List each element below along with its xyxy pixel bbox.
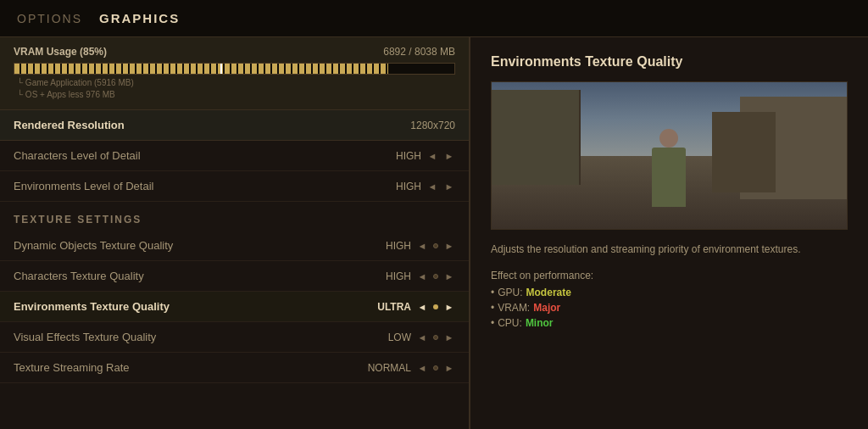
characters-lod-control: HIGH ◄ ► xyxy=(381,150,455,162)
visual-effects-texture-label: Visual Effects Texture Quality xyxy=(14,331,156,343)
vram-marker xyxy=(220,64,222,74)
characters-texture-row[interactable]: Characters Texture Quality HIGH ◄ ► xyxy=(0,261,469,292)
dynamic-objects-right-arrow[interactable]: ► xyxy=(443,240,455,252)
scene-character-head xyxy=(659,129,678,148)
detail-title: Environments Texture Quality xyxy=(491,54,848,70)
effect-cpu-value: Minor xyxy=(526,317,554,329)
vram-bar-fill xyxy=(14,64,388,74)
environments-texture-dot xyxy=(433,304,438,309)
graphics-nav[interactable]: GRAPHICS xyxy=(99,11,180,25)
characters-lod-row[interactable]: Characters Level of Detail HIGH ◄ ► xyxy=(0,141,469,171)
texture-streaming-right-arrow[interactable]: ► xyxy=(443,362,455,374)
dynamic-objects-left-arrow[interactable]: ◄ xyxy=(416,240,428,252)
environments-texture-right-arrow[interactable]: ► xyxy=(443,301,455,313)
scene-building-mid xyxy=(712,112,776,192)
detail-image-inner xyxy=(492,82,847,229)
environments-lod-value: HIGH xyxy=(381,181,421,192)
vram-value: 6892 / 8038 MB xyxy=(383,46,455,58)
characters-lod-left-arrow[interactable]: ◄ xyxy=(426,150,438,162)
vram-title: VRAM Usage (85%) xyxy=(14,46,107,58)
environments-texture-value: ULTRA xyxy=(370,301,411,313)
detail-effects: Effect on performance: • GPU: Moderate •… xyxy=(491,270,848,329)
visual-effects-right-arrow[interactable]: ► xyxy=(443,332,455,343)
rendered-resolution-row[interactable]: Rendered Resolution 1280x720 xyxy=(0,110,469,141)
dynamic-objects-texture-value: HIGH xyxy=(370,240,411,252)
header: OPTIONS GRAPHICS xyxy=(0,0,868,37)
environments-lod-left-arrow[interactable]: ◄ xyxy=(426,181,438,192)
characters-texture-value: HIGH xyxy=(370,270,411,282)
vram-labels: └ Game Application (5916 MB) └ OS + Apps… xyxy=(14,77,455,101)
texture-streaming-control: NORMAL ◄ ► xyxy=(368,362,455,374)
detail-image xyxy=(491,81,848,230)
effect-gpu: • GPU: Moderate xyxy=(491,287,848,298)
environments-lod-label: Environments Level of Detail xyxy=(14,180,153,192)
effect-gpu-bullet: • xyxy=(491,287,494,298)
characters-lod-value: HIGH xyxy=(381,150,421,162)
effect-cpu: • CPU: Minor xyxy=(491,317,848,329)
characters-texture-dot xyxy=(433,274,438,279)
characters-lod-right-arrow[interactable]: ► xyxy=(443,150,455,162)
left-panel: VRAM Usage (85%) 6892 / 8038 MB └ Game A… xyxy=(0,37,470,429)
environments-lod-right-arrow[interactable]: ► xyxy=(443,181,455,192)
environments-texture-row[interactable]: Environments Texture Quality ULTRA ◄ ► xyxy=(0,292,469,322)
visual-effects-dot xyxy=(433,335,438,340)
characters-texture-label: Characters Texture Quality xyxy=(14,270,144,282)
characters-texture-control: HIGH ◄ ► xyxy=(370,270,455,282)
effect-cpu-bullet: • xyxy=(491,317,494,329)
detail-settings-group: Characters Level of Detail HIGH ◄ ► Envi… xyxy=(0,141,469,202)
dynamic-objects-texture-row[interactable]: Dynamic Objects Texture Quality HIGH ◄ ► xyxy=(0,231,469,261)
characters-lod-label: Characters Level of Detail xyxy=(14,149,141,162)
vram-section: VRAM Usage (85%) 6892 / 8038 MB └ Game A… xyxy=(0,37,469,110)
vram-game-label: └ Game Application (5916 MB) xyxy=(17,77,455,89)
effect-vram-bullet: • xyxy=(491,302,494,314)
detail-effects-title: Effect on performance: xyxy=(491,270,848,281)
visual-effects-texture-value: LOW xyxy=(370,332,411,343)
environments-texture-control: ULTRA ◄ ► xyxy=(370,301,455,313)
characters-texture-right-arrow[interactable]: ► xyxy=(443,270,455,282)
effect-vram-value: Major xyxy=(533,302,560,314)
rendered-resolution-label: Rendered Resolution xyxy=(14,119,125,131)
vram-os-label: └ OS + Apps less 976 MB xyxy=(17,89,455,101)
texture-settings-group: Dynamic Objects Texture Quality HIGH ◄ ►… xyxy=(0,231,469,383)
scene-character xyxy=(652,148,686,207)
vram-bar xyxy=(14,63,455,75)
texture-streaming-label: Texture Streaming Rate xyxy=(14,361,130,374)
environments-texture-label: Environments Texture Quality xyxy=(14,300,170,313)
texture-streaming-value: NORMAL xyxy=(368,362,411,374)
main-content: VRAM Usage (85%) 6892 / 8038 MB └ Game A… xyxy=(0,37,868,429)
options-nav[interactable]: OPTIONS xyxy=(17,12,82,25)
detail-description: Adjusts the resolution and streaming pri… xyxy=(491,242,848,258)
vram-header: VRAM Usage (85%) 6892 / 8038 MB xyxy=(14,46,455,58)
texture-settings-header: TEXTURE SETTINGS xyxy=(0,202,469,231)
effect-cpu-label: CPU: xyxy=(498,317,522,329)
visual-effects-left-arrow[interactable]: ◄ xyxy=(416,332,428,343)
texture-streaming-row[interactable]: Texture Streaming Rate NORMAL ◄ ► xyxy=(0,353,469,383)
right-panel: Environments Texture Quality Adjusts the… xyxy=(470,37,868,429)
characters-texture-left-arrow[interactable]: ◄ xyxy=(416,270,428,282)
dynamic-objects-texture-control: HIGH ◄ ► xyxy=(370,240,455,252)
effect-gpu-label: GPU: xyxy=(498,287,522,298)
texture-streaming-dot xyxy=(433,365,438,370)
dynamic-objects-dot xyxy=(433,243,438,248)
visual-effects-texture-control: LOW ◄ ► xyxy=(370,332,455,343)
dynamic-objects-texture-label: Dynamic Objects Texture Quality xyxy=(14,239,173,252)
scene-building-left xyxy=(492,90,581,185)
effect-gpu-value: Moderate xyxy=(526,287,571,298)
effect-vram: • VRAM: Major xyxy=(491,302,848,314)
texture-streaming-left-arrow[interactable]: ◄ xyxy=(416,362,428,374)
environments-lod-control: HIGH ◄ ► xyxy=(381,181,455,192)
environments-lod-row[interactable]: Environments Level of Detail HIGH ◄ ► xyxy=(0,171,469,202)
environments-texture-left-arrow[interactable]: ◄ xyxy=(416,301,428,313)
effect-vram-label: VRAM: xyxy=(498,302,530,314)
rendered-resolution-value: 1280x720 xyxy=(410,120,455,131)
visual-effects-texture-row[interactable]: Visual Effects Texture Quality LOW ◄ ► xyxy=(0,322,469,353)
